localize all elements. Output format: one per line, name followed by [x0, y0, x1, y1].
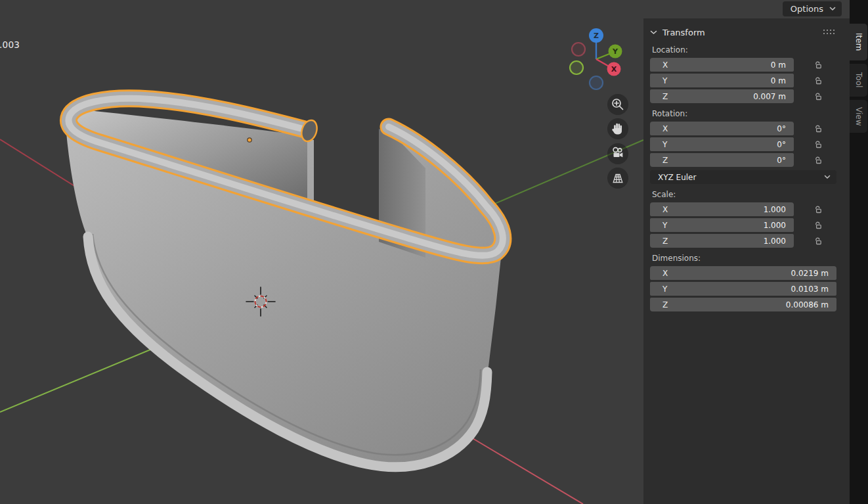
- location-z-field[interactable]: Z 0.007 m: [650, 89, 794, 103]
- scale-x-field[interactable]: X 1.000: [650, 202, 794, 216]
- rotation-y-field[interactable]: Y 0°: [650, 137, 794, 151]
- zoom-button[interactable]: [607, 94, 628, 115]
- dimensions-group: X 0.0219 m Y 0.0103 m Z 0.00086 m: [650, 266, 850, 311]
- scale-label: Scale:: [652, 190, 850, 199]
- gizmo-neg-x-ball[interactable]: [572, 43, 585, 56]
- camera-button[interactable]: [607, 143, 628, 164]
- lock-icon[interactable]: [814, 156, 823, 165]
- dimensions-y-field[interactable]: Y 0.0103 m: [650, 282, 836, 296]
- gizmo-neg-y-ball[interactable]: [570, 61, 583, 74]
- axis-gizmo[interactable]: Z Y X: [570, 28, 622, 89]
- dimensions-z-field[interactable]: Z 0.00086 m: [650, 298, 836, 311]
- options-button-label: Options: [791, 4, 823, 14]
- panel-collapse-chevron-icon[interactable]: [650, 30, 657, 35]
- lock-icon[interactable]: [814, 221, 823, 230]
- gizmo-x-label: X: [611, 65, 617, 74]
- lock-icon[interactable]: [814, 60, 823, 70]
- tab-item[interactable]: Item: [850, 24, 867, 60]
- scale-group: X 1.000 Y 1.000 Z 1.000: [650, 202, 850, 248]
- pan-button[interactable]: [607, 118, 628, 139]
- tab-tool[interactable]: Tool: [850, 64, 867, 97]
- lock-icon[interactable]: [814, 124, 823, 133]
- transform-panel-header[interactable]: Transform: [650, 25, 850, 39]
- lock-icon[interactable]: [814, 92, 823, 101]
- object-origin-dot: [248, 138, 251, 142]
- panel-title: Transform: [662, 28, 705, 37]
- rotation-group: X 0° Y 0° Z 0°: [650, 122, 850, 167]
- lock-icon[interactable]: [814, 205, 823, 214]
- lock-icon[interactable]: [814, 140, 823, 149]
- gizmo-y-label: Y: [612, 47, 618, 56]
- viewport-overlay-controls: Z Y X: [558, 16, 643, 194]
- location-y-field[interactable]: Y 0 m: [650, 74, 794, 87]
- location-label: Location:: [652, 45, 850, 55]
- scale-y-field[interactable]: Y 1.000: [650, 218, 794, 232]
- options-button[interactable]: Options: [783, 1, 842, 16]
- chevron-down-icon: [829, 7, 836, 11]
- rotation-z-field[interactable]: Z 0°: [650, 153, 794, 167]
- panel-drag-handle-icon[interactable]: [823, 30, 835, 35]
- rotation-x-field[interactable]: X 0°: [650, 122, 794, 135]
- x-axis-line-right: [471, 438, 583, 504]
- rotation-mode-dropdown[interactable]: XYZ Euler: [650, 170, 836, 184]
- chevron-down-icon: [824, 175, 831, 179]
- tab-view[interactable]: View: [850, 100, 867, 133]
- dimensions-label: Dimensions:: [652, 254, 850, 263]
- location-x-field[interactable]: X 0 m: [650, 58, 794, 72]
- rotation-label: Rotation:: [652, 109, 850, 118]
- active-object-name: .003: [0, 39, 20, 50]
- gizmo-z-label: Z: [594, 32, 599, 40]
- gizmo-neg-z-ball[interactable]: [590, 76, 603, 89]
- transform-panel: Transform Location: X 0 m Y 0 m: [643, 18, 850, 504]
- perspective-button[interactable]: [607, 168, 628, 189]
- sidebar-tab-column: Item Tool View: [850, 0, 868, 504]
- dimensions-x-field[interactable]: X 0.0219 m: [650, 266, 836, 280]
- lock-icon[interactable]: [814, 237, 823, 246]
- scale-z-field[interactable]: Z 1.000: [650, 234, 794, 248]
- location-group: X 0 m Y 0 m Z 0.007 m: [650, 58, 850, 103]
- lock-icon[interactable]: [814, 76, 823, 85]
